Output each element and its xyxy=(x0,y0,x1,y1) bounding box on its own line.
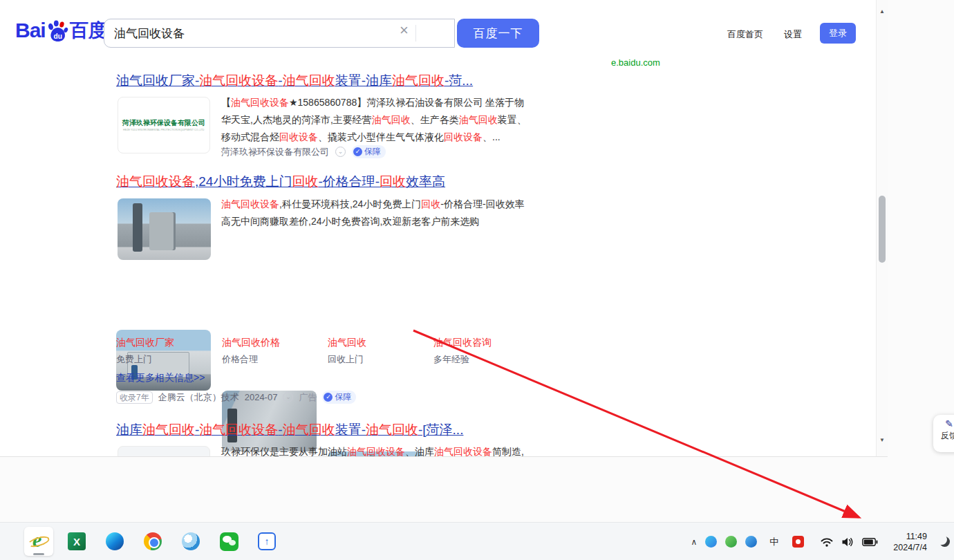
search-box-divider xyxy=(415,25,416,41)
taskbar-app-excel[interactable]: X xyxy=(62,527,91,556)
result2-sublink4-subtitle: 多年经验 xyxy=(433,353,469,366)
result2-sublink2-subtitle: 价格合理 xyxy=(222,353,258,366)
result3-title-link[interactable]: 油库油气回收-油气回收设备-油气回收装置-油气回收-[菏泽... xyxy=(116,421,463,439)
scroll-down-icon[interactable]: ▼ xyxy=(877,437,888,443)
meta-provider: 企腾云（北京）技术 xyxy=(158,391,239,404)
result2-thumbnail[interactable] xyxy=(118,198,211,260)
taskbar-app-internet-explorer[interactable]: e xyxy=(24,527,53,556)
moon-icon[interactable] xyxy=(939,536,950,547)
feedback-label: 反馈 xyxy=(933,430,954,442)
excel-icon: X xyxy=(68,532,86,550)
result2-sublink2-label[interactable]: 油气回收价格 xyxy=(222,337,280,349)
tray-app-green-icon[interactable] xyxy=(725,536,737,548)
baidu-logo-text: Bai xyxy=(15,19,46,42)
clock-date: 2024/7/4 xyxy=(893,542,927,553)
taskbar-app-edge[interactable] xyxy=(100,527,129,556)
result1-menu-icon[interactable]: ⌄ xyxy=(335,147,346,157)
taskbar-apps: e X ↑ xyxy=(24,527,281,556)
scroll-up-icon[interactable]: ▲ xyxy=(877,8,888,15)
system-tray: ∧ 中 xyxy=(691,523,950,560)
ad-label: 广告 xyxy=(299,391,317,404)
result1-thumb-company-name: 菏泽玖禄环保设备有限公司 xyxy=(122,118,205,128)
result2-baozhang-badge[interactable]: ✓ 保障 xyxy=(322,391,356,404)
battery-icon[interactable] xyxy=(862,538,878,546)
blue-swirl-app-icon xyxy=(182,532,200,550)
edge-icon xyxy=(106,532,124,550)
vertical-scrollbar[interactable]: ▲ ▼ xyxy=(876,0,888,457)
result2-menu-icon[interactable]: ⌄ xyxy=(283,392,293,402)
taskbar-app-chrome[interactable] xyxy=(138,527,167,556)
chrome-icon xyxy=(144,532,162,550)
result2-sublink3-subtitle: 回收上门 xyxy=(328,353,364,366)
baidu-logo[interactable]: Bai du 百度 xyxy=(15,18,107,43)
tray-app-blue-icon[interactable] xyxy=(705,536,717,548)
result2-title-link[interactable]: 油气回收设备,24小时免费上门回收-价格合理-回收效率高 xyxy=(116,173,445,191)
login-button[interactable]: 登录 xyxy=(820,23,856,44)
clear-icon[interactable]: × xyxy=(400,23,409,38)
result1-thumb-company-name-en: HEZE YULU ENVIRONMENTAL PROTECTION EQUIP… xyxy=(123,129,204,131)
result2-sublink1-label[interactable]: 油气回收厂家 xyxy=(116,337,174,349)
nav-link-home[interactable]: 百度首页 xyxy=(727,28,763,41)
tray-expand-icon[interactable]: ∧ xyxy=(691,537,698,547)
result2-sublink1-subtitle: 免费上门 xyxy=(116,353,152,366)
result2-meta-row: 收录7年 企腾云（北京）技术 2024-07 ⌄ 广告 ✓ 保障 xyxy=(116,391,356,404)
taskbar-app-wechat[interactable] xyxy=(214,527,243,556)
taskbar-app-upload-tool[interactable]: ↑ xyxy=(252,527,281,556)
meta-date: 2024-07 xyxy=(245,392,278,402)
clock-time: 11:49 xyxy=(893,531,927,542)
taskbar-clock[interactable]: 11:49 2024/7/4 xyxy=(893,531,927,553)
result1-title-link[interactable]: 油气回收厂家-油气回收设备-油气回收装置-油库油气回收-菏... xyxy=(116,72,473,90)
pencil-icon: ✎ xyxy=(933,418,954,429)
desktop: Bai du 百度 × 百度一下 百度首页 设置 登录 e.baidu.com … xyxy=(0,0,954,560)
ime-indicator[interactable]: 中 xyxy=(769,536,778,548)
scrollbar-thumb[interactable] xyxy=(879,196,886,263)
result2-sublink4-label[interactable]: 油气回收咨询 xyxy=(433,337,492,349)
taskbar: e X ↑ ∧ xyxy=(0,522,954,560)
internet-explorer-icon: e xyxy=(28,530,50,552)
tray-app-lightblue-icon[interactable] xyxy=(745,536,757,548)
result3-description: 玖禄环保仪是主要从事加油站油气回收设备、油库油气回收设备简制造,销... xyxy=(221,443,532,457)
upload-arrow-icon: ↑ xyxy=(258,532,276,550)
result3-thumbnail[interactable] xyxy=(118,446,210,457)
browser-window: Bai du 百度 × 百度一下 百度首页 设置 登录 e.baidu.com … xyxy=(0,0,888,457)
baidu-logo-cn: 百度 xyxy=(70,18,107,43)
result1-source-row: 菏泽玖禄环保设备有限公司 ⌄ ✓ 保障 xyxy=(221,145,386,158)
tray-app-red-icon[interactable] xyxy=(792,536,804,548)
result1-thumbnail[interactable]: 菏泽玖禄环保设备有限公司 HEZE YULU ENVIRONMENTAL PRO… xyxy=(118,97,210,153)
volume-icon[interactable] xyxy=(841,537,854,547)
wifi-icon[interactable] xyxy=(821,537,833,547)
result2-description: 油气回收设备,科仕曼环境科技,24小时免费上门回收-价格合理-回收效率高无中间商… xyxy=(221,196,529,230)
search-button[interactable]: 百度一下 xyxy=(457,19,539,48)
badge-check-icon: ✓ xyxy=(353,147,362,156)
result1-description: 【油气回收设备★15865860788】菏泽玖禄石油设备有限公司 坐落于物华天宝… xyxy=(221,94,529,146)
more-results-link[interactable]: 查看更多相关信息>> xyxy=(116,372,205,384)
index-age-badge: 收录7年 xyxy=(116,391,153,404)
nav-link-settings[interactable]: 设置 xyxy=(784,28,802,41)
baidu-paw-du-text: du xyxy=(53,32,62,40)
baidu-paw-icon: du xyxy=(46,19,69,42)
taskbar-app-browser2[interactable] xyxy=(176,527,205,556)
result1-baozhang-badge[interactable]: ✓ 保障 xyxy=(352,145,386,158)
feedback-button[interactable]: ✎ 反馈 xyxy=(933,415,954,452)
ad-display-url[interactable]: e.baidu.com xyxy=(611,57,660,68)
result1-source: 菏泽玖禄环保设备有限公司 xyxy=(221,146,329,158)
badge-check-icon: ✓ xyxy=(324,393,333,402)
wechat-icon xyxy=(220,532,238,551)
result2-sublink3-label[interactable]: 油气回收 xyxy=(328,337,366,349)
